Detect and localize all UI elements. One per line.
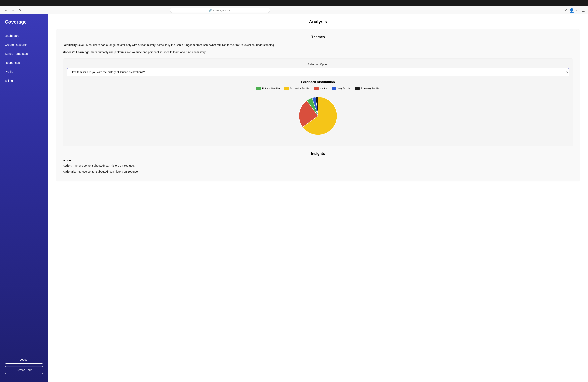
sidebar-logo: Coverage xyxy=(0,19,48,31)
select-label: Select an Option xyxy=(67,63,569,66)
rationale-item: Rationale: Improve content about African… xyxy=(63,170,573,174)
chart-section: Select an Option How familiar are you wi… xyxy=(63,58,573,146)
rationale-title: Rationale xyxy=(63,170,75,173)
browser-nav: ← → ↻ 🔗 coverage.work ✳ 👤 ▭ ☰ xyxy=(0,6,588,14)
action-item: Action: Improve content about African hi… xyxy=(63,163,573,168)
restart-tour-button[interactable]: Restart Tour xyxy=(5,366,43,374)
sidebar-buttons: Logout Restart Tour xyxy=(0,352,48,377)
back-button[interactable]: ← xyxy=(3,8,8,13)
legend-label-2: Neutral xyxy=(320,87,328,90)
legend-item-3: Very familiar xyxy=(332,87,351,90)
reload-button[interactable]: ↻ xyxy=(18,8,22,13)
extensions-icon[interactable]: ✳ xyxy=(564,8,567,13)
sidebar-item-create-research[interactable]: Create Research xyxy=(0,40,48,49)
legend-color-0 xyxy=(256,87,261,90)
address-bar[interactable]: 🔗 coverage.work xyxy=(170,8,270,13)
sidebar-item-profile[interactable]: Profile xyxy=(0,67,48,76)
legend-label-0: Not at all familiar xyxy=(262,87,280,90)
forward-button[interactable]: → xyxy=(10,8,15,13)
content-card: Themes Familiarity Level: Most users had… xyxy=(56,29,580,181)
legend-color-2 xyxy=(314,87,319,90)
pie-chart-container xyxy=(67,94,569,138)
legend-label-1: Somewhat familiar xyxy=(290,87,310,90)
legend-item-4: Extremely familiar xyxy=(355,87,380,90)
legend-item-2: Neutral xyxy=(314,87,328,90)
modes-item: Modes Of Learning: Users primarily use p… xyxy=(63,50,573,54)
sidebar-item-dashboard[interactable]: Dashboard xyxy=(0,31,48,40)
legend-item-1: Somewhat familiar xyxy=(284,87,310,90)
rationale-text: Improve content about African history on… xyxy=(77,170,139,173)
chart-title: Feedback Distribution xyxy=(67,80,569,84)
sidebar-item-responses[interactable]: Responses xyxy=(0,58,48,67)
insights-title: Insights xyxy=(63,152,573,156)
logout-button[interactable]: Logout xyxy=(5,356,43,364)
sidebar-toggle-icon[interactable]: ▭ xyxy=(576,8,580,13)
familiarity-item: Familiarity Level: Most users had a rang… xyxy=(63,43,573,47)
url-text: coverage.work xyxy=(213,9,230,12)
profile-icon[interactable]: 👤 xyxy=(569,8,574,13)
sidebar: Coverage Dashboard Create Research Saved… xyxy=(0,14,48,382)
sidebar-nav: Dashboard Create Research Saved Template… xyxy=(0,31,48,352)
page-title: Analysis xyxy=(56,19,580,24)
app-container: Coverage Dashboard Create Research Saved… xyxy=(0,14,588,382)
legend-label-4: Extremely familiar xyxy=(361,87,380,90)
insights-section: Insights action: Action: Improve content… xyxy=(63,152,573,174)
action-title: Action xyxy=(63,164,71,167)
action-label: action: xyxy=(63,159,573,162)
themes-title: Themes xyxy=(63,35,573,39)
pie-chart-svg xyxy=(296,94,340,138)
legend-color-4 xyxy=(355,87,360,90)
legend-color-1 xyxy=(284,87,289,90)
familiarity-label: Familiarity Level: xyxy=(63,43,85,47)
url-icon: 🔗 xyxy=(209,9,212,12)
main-content: Analysis Themes Familiarity Level: Most … xyxy=(48,14,588,382)
action-text: Improve content about African history on… xyxy=(73,164,135,167)
modes-label: Modes Of Learning: xyxy=(63,51,89,54)
legend-item-0: Not at all familiar xyxy=(256,87,280,90)
browser-bar xyxy=(0,0,588,6)
familiarity-text: Most users had a range of familiarity wi… xyxy=(86,43,275,47)
legend-color-3 xyxy=(332,87,336,90)
chart-legend: Not at all familiar Somewhat familiar Ne… xyxy=(67,87,569,90)
legend-label-3: Very familiar xyxy=(337,87,351,90)
modes-text: Users primarily use platforms like Youtu… xyxy=(90,51,206,54)
browser-actions: ✳ 👤 ▭ ☰ xyxy=(564,8,585,13)
sidebar-item-saved-templates[interactable]: Saved Templates xyxy=(0,49,48,58)
sidebar-item-billing[interactable]: Billing xyxy=(0,76,48,85)
menu-icon[interactable]: ☰ xyxy=(582,8,585,13)
question-select[interactable]: How familiar are you with the history of… xyxy=(67,68,569,76)
